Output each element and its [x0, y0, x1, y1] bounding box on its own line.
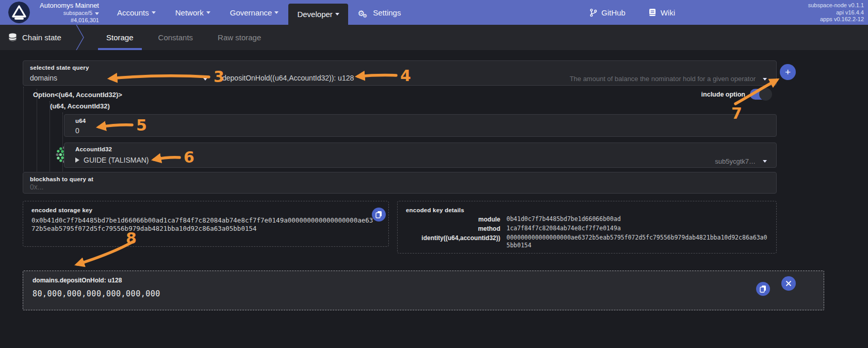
nav-item-developer[interactable]: Developer — [288, 4, 348, 25]
annotation-number-5: 5 — [136, 116, 147, 134]
chevron-down-icon — [95, 12, 99, 15]
key-detail-row: method 1ca7f84f7c82084ab74e8cf7f7e0149a — [406, 225, 768, 233]
account-address-short: sub5ycgtk7… — [715, 157, 756, 165]
tab-storage[interactable]: Storage — [94, 25, 146, 50]
account-select[interactable]: GUIDE (TALISMAN) — [75, 156, 149, 164]
pallet-select[interactable]: domains — [30, 74, 57, 82]
tab-raw-storage[interactable]: Raw storage — [205, 25, 273, 50]
close-icon — [785, 280, 792, 287]
detail-value: 000000000000000000ae6372b5eab5795f072d5f… — [506, 234, 768, 249]
chain-spec[interactable]: subspace/5 — [34, 9, 99, 17]
annotation-number-6: 6 — [184, 148, 194, 166]
encoded-key-value: 0x0b41d0c7f7b4485bd7be1d66066b00ad1ca7f8… — [31, 216, 374, 233]
toggle-knob — [759, 88, 772, 101]
section-label: Chain state — [22, 33, 61, 42]
nav-item-governance[interactable]: Governance — [220, 0, 289, 25]
encoded-key-details-panel: encoded key details module 0b41d0c7f7b44… — [397, 201, 777, 254]
header-links: GitHub Wiki — [589, 0, 675, 25]
method-help-text: The amount of balance the nominator hold… — [569, 75, 756, 83]
result-value: 80,000,000,000,000,000,000 — [32, 289, 160, 298]
add-query-button[interactable]: + — [780, 64, 796, 80]
nav-item-accounts[interactable]: Accounts — [107, 0, 166, 25]
detail-value: 0b41d0c7f7b4485bd7be1d66066b00ad — [506, 215, 768, 223]
u64-label: u64 — [75, 118, 86, 124]
apps-version: apps v0.162.2-12 — [808, 16, 864, 23]
chevron-down-icon — [335, 13, 339, 15]
tree-guide — [50, 101, 50, 171]
blockhash-label: blockhash to query at — [30, 176, 93, 182]
git-branch-icon — [589, 8, 597, 17]
version-info: subspace-node v0.1.1 api v16.4.4 apps v0… — [808, 2, 864, 23]
remove-query-button[interactable] — [781, 276, 796, 291]
chevron-down-icon — [206, 11, 210, 14]
key-detail-row: module 0b41d0c7f7b4485bd7be1d66066b00ad — [406, 215, 768, 224]
include-option-control: include option — [701, 89, 772, 100]
api-version: api v16.4.4 — [808, 9, 864, 17]
tab-bar: Chain state Storage Constants Raw storag… — [0, 25, 868, 50]
chevron-down-icon — [152, 11, 156, 14]
database-icon — [8, 33, 17, 42]
autonomys-logo-icon[interactable] — [8, 2, 30, 23]
section-title: Chain state — [8, 25, 61, 50]
encoded-storage-key-panel: encoded storage key 0x0b41d0c7f7b4485bd7… — [23, 201, 389, 247]
account-param-field: AccountId32 GUIDE (TALISMAN) sub5ycgtk7… — [64, 143, 777, 168]
u64-param-field: u64 — [64, 114, 777, 137]
result-label: domains.depositOnHold: u128 — [32, 277, 122, 284]
method-select[interactable]: depositOnHold((u64,AccountId32)): u128 — [222, 74, 354, 82]
top-header: Autonomys Mainnet subspace/5 #4,016,301 … — [0, 0, 868, 25]
copy-icon — [760, 285, 766, 293]
option-type-label: Option<(u64, AccountId32)> — [33, 91, 122, 99]
best-block-number: #4,016,301 — [34, 17, 99, 24]
nav-item-settings[interactable]: ⚙⚙Settings — [348, 0, 411, 25]
u64-input[interactable] — [75, 126, 282, 135]
include-option-toggle[interactable] — [750, 89, 772, 100]
node-version: subspace-node v0.1.1 — [808, 2, 864, 9]
wiki-link[interactable]: Wiki — [648, 8, 675, 17]
account-name: GUIDE (TALISMAN) — [84, 156, 149, 164]
main-nav: Accounts Network Governance Developer ⚙⚙… — [107, 0, 411, 25]
selected-state-query-panel: selected state query domains depositOnHo… — [23, 60, 777, 86]
query-label: selected state query — [30, 65, 89, 71]
chain-state-page: Autonomys Mainnet subspace/5 #4,016,301 … — [0, 0, 868, 348]
detail-value: 1ca7f84f7c82084ab74e8cf7f7e0149a — [506, 225, 768, 232]
nav-item-network[interactable]: Network — [166, 0, 220, 25]
network-name: Autonomys Mainnet — [34, 2, 99, 9]
annotation-number-4: 4 — [400, 67, 411, 85]
tree-guide — [37, 89, 37, 171]
book-icon — [648, 8, 657, 17]
chevron-down-icon[interactable] — [763, 160, 767, 163]
key-detail-row: identity((u64,accountid32)) 000000000000… — [406, 234, 768, 249]
annotation-number-7: 7 — [731, 104, 742, 122]
encoded-key-label: encoded storage key — [31, 207, 380, 213]
tree-guide — [23, 87, 24, 171]
chevron-down-icon — [274, 11, 279, 14]
detail-key: method — [406, 225, 500, 233]
copy-key-button[interactable] — [372, 208, 386, 222]
copy-result-button[interactable] — [756, 282, 770, 296]
detail-key: identity((u64,accountid32)) — [406, 234, 500, 242]
gear-icon: ⚙⚙ — [358, 9, 369, 17]
annotation-number-3: 3 — [214, 68, 224, 86]
expand-triangle-icon[interactable] — [75, 157, 79, 163]
account-label: AccountId32 — [75, 146, 112, 152]
query-result-row: domains.depositOnHold: u128 80,000,000,0… — [23, 271, 824, 310]
chevron-down-icon[interactable] — [203, 78, 207, 81]
annotation-number-8: 8 — [126, 229, 137, 247]
blockhash-input[interactable] — [30, 183, 546, 191]
tab-constants[interactable]: Constants — [146, 25, 206, 50]
detail-key: module — [406, 215, 500, 224]
copy-icon — [375, 211, 382, 218]
key-details-label: encoded key details — [406, 207, 768, 213]
key-details-rows: module 0b41d0c7f7b4485bd7be1d66066b00ad … — [406, 215, 768, 249]
chevron-down-icon[interactable] — [763, 78, 767, 81]
include-option-label: include option — [701, 91, 745, 98]
tuple-type-label: (u64, AccountId32) — [50, 102, 110, 110]
network-selector[interactable]: Autonomys Mainnet subspace/5 #4,016,301 — [34, 2, 99, 24]
chevron-separator — [75, 25, 86, 50]
tabs: Storage Constants Raw storage — [94, 25, 273, 50]
github-link[interactable]: GitHub — [589, 8, 626, 17]
blockhash-field: blockhash to query at — [23, 172, 777, 194]
